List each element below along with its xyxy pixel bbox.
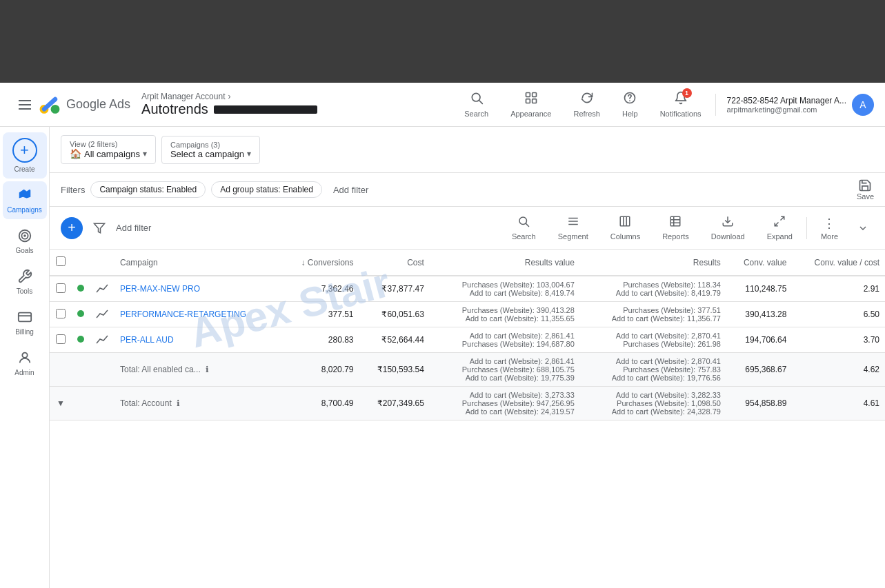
save-label: Save [857, 192, 874, 201]
filter-chip-adgroup-status[interactable]: Ad group status: Enabled [211, 181, 322, 198]
row-results: Purchases (Website): 377.51 Add to cart … [580, 302, 726, 327]
sidebar-item-campaigns[interactable]: Campaigns [3, 181, 47, 219]
collapse-arrow[interactable] [852, 217, 874, 239]
logo-text: Google Ads [66, 97, 130, 112]
account-name: Arpit Manager Account › [141, 92, 456, 101]
header-action-refresh[interactable]: Refresh [565, 85, 608, 123]
row-campaign-name[interactable]: PER-ALL AUD [115, 327, 281, 353]
view-filter-value: 🏠 All campaigns ▾ [70, 148, 147, 159]
campaigns-label: Campaigns [7, 206, 42, 214]
header-action-search[interactable]: Search [456, 85, 497, 123]
total-account-results: Add to cart (Website): 3,282.33Purchases… [580, 387, 726, 420]
goals-icon [17, 227, 33, 244]
total-enabled-row: Total: All enabled ca... ℹ 8,020.79 ₹150… [50, 353, 885, 387]
header-action-help[interactable]: Help [614, 85, 646, 123]
row-checkbox[interactable] [56, 283, 66, 293]
total-account-conv-value: 954,858.89 [726, 387, 793, 420]
campaign-dropdown-arrow: ▾ [247, 149, 251, 159]
main-content: View (2 filters) 🏠 All campaigns ▾ Campa… [50, 127, 885, 588]
header-action-appearance[interactable]: Appearance [502, 85, 559, 123]
sidebar-item-tools[interactable]: Tools [3, 263, 47, 301]
row-conv-value: 110,248.75 [726, 276, 793, 302]
header-actions: Search Appearance Refresh Help [456, 85, 874, 123]
svg-line-6 [479, 101, 482, 104]
row-graph [90, 302, 115, 327]
toolbar-expand-label: Expand [767, 232, 793, 241]
row-campaign-name[interactable]: PERFORMANCE-RETARGETING [115, 302, 281, 327]
row-checkbox-cell[interactable] [50, 276, 72, 302]
total-account-expand[interactable]: ▼ [50, 387, 72, 420]
total-enabled-label: Total: All enabled ca... ℹ [115, 353, 281, 387]
home-icon: 🏠 [70, 148, 81, 159]
row-conv-value-cost: 2.91 [792, 276, 885, 302]
header-cost[interactable]: Cost [359, 250, 429, 276]
filter-chip-campaign-status[interactable]: Campaign status: Enabled [90, 181, 206, 198]
header-status [72, 250, 90, 276]
content-wrapper: + Create Campaigns Goals Tools [0, 127, 885, 588]
total-account-results-value: Add to cart (Website): 3,273.33Purchases… [430, 387, 580, 420]
filters-label: Filters [61, 185, 85, 195]
svg-rect-2 [19, 108, 31, 110]
row-checkbox-cell[interactable] [50, 327, 72, 353]
filter-icon-button[interactable] [88, 217, 110, 239]
row-conversions: 7,362.46 [281, 276, 359, 302]
total-enabled-conversions: 8,020.79 [281, 353, 359, 387]
sidebar-item-goals[interactable]: Goals [3, 222, 47, 260]
total-enabled-graph [90, 353, 115, 387]
row-checkbox[interactable] [56, 334, 66, 344]
header-results[interactable]: Results [580, 250, 726, 276]
row-conv-value-cost: 6.50 [792, 302, 885, 327]
user-avatar[interactable]: A [852, 94, 874, 116]
total-enabled-conv-value-cost: 4.62 [792, 353, 885, 387]
campaign-filter-dropdown[interactable]: Campaigns (3) Select a campaign ▾ [161, 136, 260, 164]
header-conv-value-cost[interactable]: Conv. value / cost [792, 250, 885, 276]
table-row: PER-MAX-NEW PRO 7,362.46 ₹37,877.47 Purc… [50, 276, 885, 302]
user-phone: 722-852-8542 Arpit Manager A... [727, 96, 846, 105]
row-graph [90, 327, 115, 353]
header-graph [90, 250, 115, 276]
sidebar-item-billing[interactable]: Billing [3, 303, 47, 341]
header-conversions[interactable]: ↓ Conversions [281, 250, 359, 276]
row-checkbox-cell[interactable] [50, 302, 72, 327]
notifications-icon: 1 [674, 91, 688, 108]
row-campaign-name[interactable]: PER-MAX-NEW PRO [115, 276, 281, 302]
toolbar-columns-label: Columns [610, 232, 640, 241]
toolbar-segment[interactable]: Segment [550, 212, 597, 243]
add-button[interactable]: + [61, 217, 83, 239]
toolbar-columns[interactable]: Columns [602, 212, 648, 243]
total-enabled-results-value: Add to cart (Website): 2,861.41Purchases… [430, 353, 580, 387]
total-account-conversions: 8,700.49 [281, 387, 359, 420]
svg-rect-10 [532, 99, 536, 103]
active-filters: Filters Campaign status: Enabled Ad grou… [50, 173, 885, 207]
toolbar-reports[interactable]: Reports [654, 212, 697, 243]
row-results-value: Add to cart (Website): 2,861.41 Purchase… [430, 327, 580, 353]
row-conv-value: 194,706.64 [726, 327, 793, 353]
billing-icon [17, 309, 33, 325]
header-results-value[interactable]: Results value [430, 250, 580, 276]
sidebar-item-create[interactable]: + Create [3, 132, 47, 179]
select-all-checkbox[interactable] [56, 256, 66, 266]
toolbar: + Add filter Search Segment [50, 207, 885, 250]
total-account-row: ▼ Total: Account ℹ 8,700.49 ₹207,349.65 … [50, 387, 885, 420]
view-filter-dropdown[interactable]: View (2 filters) 🏠 All campaigns ▾ [61, 135, 156, 164]
toolbar-more[interactable]: ⋮ More [813, 213, 846, 243]
row-checkbox[interactable] [56, 309, 66, 318]
row-cost: ₹37,877.47 [359, 276, 429, 302]
header-action-notifications[interactable]: 1 Notifications [652, 85, 710, 123]
toolbar-more-label: More [821, 232, 838, 241]
header-conv-value[interactable]: Conv. value [726, 250, 793, 276]
row-results: Add to cart (Website): 2,870.41 Purchase… [580, 327, 726, 353]
sidebar-item-admin[interactable]: Admin [3, 344, 47, 382]
row-results-value: Purchases (Website): 390,413.28 Add to c… [430, 302, 580, 327]
save-button[interactable]: Save [857, 179, 874, 201]
toolbar-add-filter[interactable]: Add filter [116, 223, 151, 233]
header-checkbox[interactable] [50, 250, 72, 276]
header-campaign[interactable]: Campaign [115, 250, 281, 276]
toolbar-expand[interactable]: Expand [759, 212, 801, 243]
hamburger-menu[interactable] [11, 91, 39, 119]
toolbar-search[interactable]: Search [504, 212, 544, 243]
toolbar-download[interactable]: Download [703, 212, 753, 243]
refresh-icon [580, 91, 594, 108]
admin-icon [17, 349, 33, 366]
add-filter-button[interactable]: Add filter [328, 182, 374, 198]
